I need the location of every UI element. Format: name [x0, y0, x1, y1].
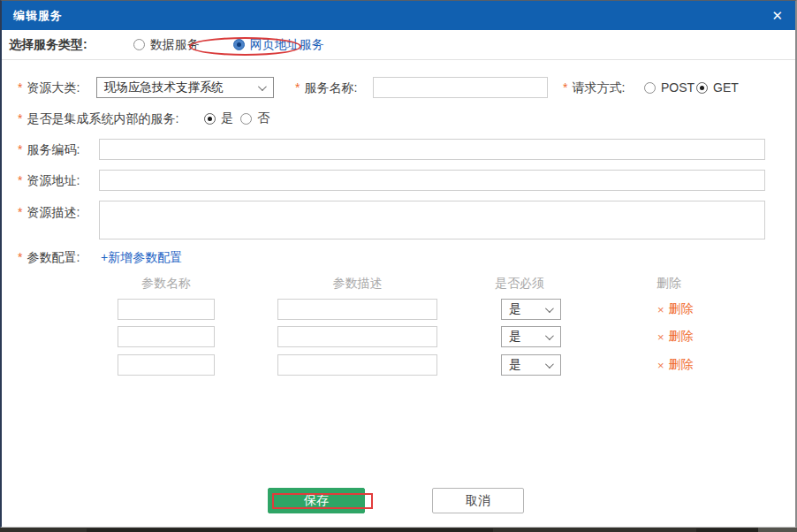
required-asterisk: * — [295, 80, 300, 95]
param-required-select[interactable]: 是 — [501, 326, 561, 347]
required-asterisk: * — [18, 173, 22, 187]
service-name-label: *服务名称: — [295, 77, 357, 98]
cancel-button[interactable]: 取消 — [432, 488, 524, 513]
radio-option-web-address-service-label: 网页地址服务 — [250, 37, 324, 53]
radio-unchecked-icon[interactable] — [240, 113, 252, 125]
chevron-down-icon — [545, 331, 554, 340]
param-name-input[interactable] — [118, 326, 215, 347]
resource-category-value: 现场应急技术支撑系统 — [104, 80, 224, 95]
service-code-input[interactable] — [99, 139, 765, 160]
param-description-input[interactable] — [277, 354, 437, 376]
radio-option-post-label: POST — [661, 80, 695, 95]
resource-address-input[interactable] — [99, 170, 765, 191]
resource-description-label: *资源描述: — [18, 201, 80, 223]
radio-option-no[interactable]: 否 — [240, 108, 269, 129]
radio-option-yes-label: 是 — [221, 110, 233, 126]
param-required-select[interactable]: 是 — [501, 354, 561, 376]
radio-option-yes[interactable]: 是 — [204, 108, 233, 129]
delete-param-label: 删除 — [669, 357, 694, 373]
chevron-down-icon — [545, 304, 554, 313]
service-type-row: 选择服务类型: 数据服务 网页地址服务 — [2, 30, 795, 60]
required-asterisk: * — [18, 111, 22, 125]
taskbar-segment — [87, 528, 493, 532]
param-required-select[interactable]: 是 — [501, 299, 561, 320]
radio-option-post[interactable]: POST — [644, 77, 695, 98]
radio-option-no-label: 否 — [257, 110, 269, 126]
param-table-header-description: 参数描述 — [277, 276, 437, 292]
radio-option-get[interactable]: GET — [696, 77, 739, 98]
delete-param-link[interactable]: × 删除 — [657, 354, 694, 376]
chevron-down-icon — [258, 82, 267, 91]
param-description-input[interactable] — [277, 299, 437, 320]
internal-service-label: *是否是集成系统内部的服务: — [18, 108, 178, 129]
service-name-input[interactable] — [373, 77, 548, 98]
required-asterisk: * — [563, 80, 567, 95]
delete-param-label: 删除 — [669, 329, 694, 345]
radio-option-web-address-service[interactable]: 网页地址服务 — [233, 37, 324, 53]
resource-category-select[interactable]: 现场应急技术支撑系统 — [96, 77, 274, 98]
param-name-input[interactable] — [118, 299, 215, 320]
param-table-header-required: 是否必须 — [476, 276, 563, 292]
chevron-down-icon — [545, 360, 554, 369]
dialog-titlebar: 编辑服务 ✕ — [2, 1, 795, 30]
add-param-config-link[interactable]: +新增参数配置 — [101, 247, 182, 268]
param-description-input[interactable] — [277, 326, 437, 347]
param-required-value: 是 — [509, 357, 521, 373]
taskbar-segment — [758, 528, 797, 532]
service-code-label: *服务编码: — [18, 139, 80, 160]
delete-param-label: 删除 — [669, 301, 694, 317]
background-taskbar-strip — [0, 528, 797, 532]
param-config-label: *参数配置: — [18, 247, 80, 268]
radio-checked-icon[interactable] — [233, 39, 245, 50]
required-asterisk: * — [18, 80, 22, 95]
delete-param-link[interactable]: × 删除 — [657, 326, 694, 347]
radio-checked-icon[interactable] — [204, 113, 216, 125]
required-asterisk: * — [18, 205, 22, 219]
service-type-label: 选择服务类型: — [9, 37, 87, 53]
save-button[interactable]: 保存 — [268, 488, 365, 513]
param-table-header-delete: 删除 — [629, 276, 709, 292]
dialog-title: 编辑服务 — [2, 8, 63, 24]
required-asterisk: * — [18, 142, 22, 156]
radio-unchecked-icon[interactable] — [644, 82, 656, 94]
close-icon[interactable]: ✕ — [771, 9, 783, 22]
resource-description-textarea[interactable] — [99, 201, 765, 239]
screen: 编辑服务 ✕ 选择服务类型: 数据服务 网页地址服务 *资源大类: 现场应急技术… — [0, 0, 797, 532]
radio-option-data-service[interactable]: 数据服务 — [133, 37, 200, 53]
delete-x-icon: × — [657, 359, 664, 372]
param-required-value: 是 — [509, 329, 521, 345]
param-required-value: 是 — [509, 301, 521, 317]
delete-x-icon: × — [657, 303, 664, 316]
radio-option-get-label: GET — [713, 80, 739, 95]
param-table-header-name: 参数名称 — [118, 276, 215, 292]
radio-unchecked-icon[interactable] — [133, 39, 145, 50]
radio-option-data-service-label: 数据服务 — [150, 37, 200, 53]
radio-checked-icon[interactable] — [696, 82, 708, 94]
request-method-label: *请求方式: — [563, 77, 625, 98]
resource-address-label: *资源地址: — [18, 170, 80, 191]
param-name-input[interactable] — [118, 354, 215, 376]
edit-service-dialog: 编辑服务 ✕ 选择服务类型: 数据服务 网页地址服务 *资源大类: 现场应急技术… — [0, 0, 797, 528]
delete-param-link[interactable]: × 删除 — [657, 299, 694, 320]
resource-category-label: *资源大类: — [18, 77, 80, 98]
required-asterisk: * — [18, 250, 22, 264]
delete-x-icon: × — [657, 331, 664, 344]
